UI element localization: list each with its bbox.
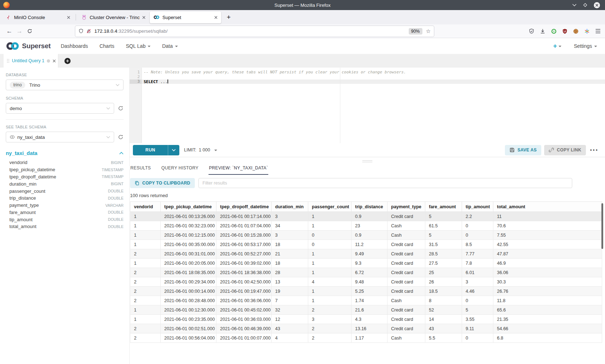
refresh-schemas-icon[interactable] [118, 105, 124, 111]
tab-query-history[interactable]: QUERY HISTORY [161, 165, 199, 175]
copy-to-clipboard-button[interactable]: COPY TO CLIPBOARD [130, 178, 195, 188]
minimize-chevron-icon[interactable] [572, 4, 577, 6]
ublock-shield-icon[interactable] [562, 28, 568, 34]
table-cell: 8.5 [462, 240, 493, 249]
tab-results[interactable]: RESULTS [130, 165, 151, 175]
database-select[interactable]: trino Trino [6, 79, 124, 90]
column-header[interactable]: payment_type [387, 202, 425, 212]
table-cell: 2021-06-01 00:35:00.000 [161, 240, 216, 249]
downloads-icon[interactable] [540, 28, 546, 34]
column-type: BIGINT [111, 182, 124, 186]
table-cell: 2021-06-01 00:52:27.000 [216, 249, 272, 259]
run-options-chevron-icon[interactable] [168, 145, 179, 155]
settings-menu[interactable]: Settings [574, 43, 597, 49]
print-margin-line [340, 68, 340, 143]
browser-tab-superset[interactable]: Superset [150, 12, 221, 23]
table-cell: 27.5 [425, 259, 462, 268]
nav-item-data[interactable]: Data [162, 43, 178, 49]
forward-icon[interactable]: → [14, 26, 24, 36]
superset-brand[interactable]: Superset [6, 42, 51, 50]
column-type: DOUBLE [108, 210, 124, 214]
menu-icon[interactable] [595, 29, 601, 33]
table-cell: 2 [130, 249, 161, 259]
table-row: 22021-06-01 00:29:34.0002021-06-01 00:42… [130, 277, 602, 287]
editor-code-area[interactable]: -- Note: Unless you save your query, the… [142, 68, 605, 143]
close-query-tab-icon[interactable] [53, 59, 56, 63]
nav-item-sql-lab[interactable]: SQL Lab [126, 43, 151, 49]
bookmark-star-icon[interactable]: ☆ [426, 28, 431, 35]
limit-control[interactable]: LIMIT: 1 000 [184, 147, 217, 153]
table-cell: 3 [272, 231, 308, 240]
close-tab-icon[interactable] [142, 16, 145, 19]
nav-item-charts[interactable]: Charts [99, 43, 114, 49]
schema-select[interactable]: demo [6, 103, 114, 114]
url-bar[interactable]: 172.18.0.4:32295/superset/sqllab/ 90% ☆ [75, 26, 434, 37]
table-cell: 2021-06-01 00:19:47.000 [216, 287, 272, 296]
chevron-down-icon [148, 46, 151, 47]
copy-link-button[interactable]: COPY LINK [544, 145, 586, 155]
column-header[interactable]: passenger_count [308, 202, 351, 212]
table-cell: Credit card [387, 212, 425, 221]
schema-label: SCHEMA [6, 96, 124, 100]
table-cell: 2 [308, 333, 351, 343]
add-query-tab-button[interactable] [64, 58, 71, 64]
close-tab-icon[interactable] [214, 16, 218, 19]
reload-icon[interactable] [24, 26, 35, 36]
column-header[interactable]: tpep_dropoff_datetime [216, 202, 272, 212]
table-row: 12021-06-01 00:13:26.0002021-06-01 00:17… [130, 212, 602, 221]
table-cell: 25 [425, 268, 462, 277]
tracking-shield-icon[interactable] [79, 28, 84, 34]
extension-green-icon[interactable] [551, 28, 557, 34]
table-cell: 2 [130, 296, 161, 305]
save-as-button[interactable]: SAVE AS [505, 145, 541, 155]
filter-results-input[interactable] [198, 178, 572, 188]
run-split-button[interactable]: RUN [133, 145, 179, 155]
maximize-diamond-icon[interactable] [583, 3, 588, 8]
more-actions-button[interactable]: ●●● [590, 148, 599, 152]
table-cell: 19 [272, 287, 308, 296]
table-select[interactable]: ny_taxi_data [6, 132, 114, 142]
drag-dots-icon[interactable] [7, 59, 9, 63]
table-cell: 14 [425, 315, 462, 324]
table-cell: 3.55 [462, 315, 493, 324]
table-cell: 0.9 [351, 231, 387, 240]
table-row: 12021-06-01 00:23:35.0002021-06-01 00:36… [130, 315, 602, 324]
zoom-level-badge[interactable]: 90% [409, 28, 422, 35]
insecure-lock-icon[interactable] [86, 28, 91, 34]
chevron-down-icon [116, 84, 120, 86]
nav-item-dashboards[interactable]: Dashboards [61, 43, 88, 49]
column-header[interactable]: tip_amount [462, 202, 493, 212]
table-cell: Credit card [387, 249, 425, 259]
permissions-shield-icon[interactable] [529, 28, 534, 34]
tab-preview[interactable]: PREVIEW: `NY_TAXI_DATA` [209, 165, 268, 175]
close-tab-icon[interactable] [67, 16, 70, 19]
table-cell: 5 [462, 305, 493, 315]
table-cell: 18.5 [425, 287, 462, 296]
refresh-tables-icon[interactable] [118, 134, 124, 140]
column-header[interactable]: total_amount [493, 202, 602, 212]
column-header[interactable]: tpep_pickup_datetime [161, 202, 216, 212]
collapse-table-chevron-icon[interactable] [119, 152, 124, 155]
table-cell: Cash [387, 296, 425, 305]
query-tab-label: Untitled Query 1 [12, 58, 44, 63]
browser-tab-trino[interactable]: Cluster Overview - Trino [78, 12, 149, 23]
query-tab[interactable]: Untitled Query 1 [4, 54, 58, 68]
cookie-icon[interactable] [573, 28, 579, 34]
table-name-link[interactable]: ny_taxi_data [6, 150, 37, 156]
browser-tab-minio[interactable]: MinIO Console [3, 12, 74, 23]
rows-returned-text: 100 rows returned [130, 193, 605, 198]
back-icon[interactable]: ← [4, 26, 14, 36]
multicolor-asterisk-icon[interactable] [584, 28, 590, 34]
table-scrollbar-thumb[interactable] [601, 203, 603, 249]
new-tab-button[interactable]: + [224, 12, 234, 22]
pane-resize-handle[interactable] [362, 159, 372, 163]
run-button[interactable]: RUN [133, 145, 168, 155]
add-new-dropdown[interactable]: + [553, 42, 562, 50]
column-header[interactable]: fare_amount [425, 202, 462, 212]
column-row: total_amountDOUBLE [6, 223, 124, 230]
column-header[interactable]: trip_distance [351, 202, 387, 212]
column-header[interactable]: vendorid [130, 202, 161, 212]
close-window-icon[interactable] [594, 2, 600, 8]
sql-editor[interactable]: 1 2 3 -- Note: Unless you save your quer… [130, 68, 605, 143]
column-header[interactable]: duration_min [272, 202, 308, 212]
